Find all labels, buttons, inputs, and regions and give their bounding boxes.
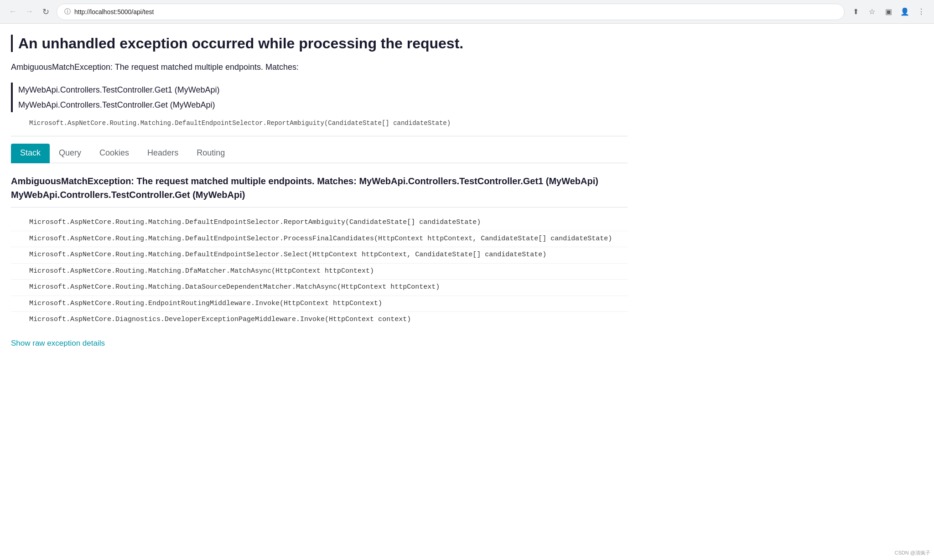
nav-buttons: ← → ↻ [5, 5, 53, 19]
stack-frame-6: Microsoft.AspNetCore.Diagnostics.Develop… [11, 312, 628, 328]
match-list-accent: MyWebApi.Controllers.TestController.Get1… [11, 83, 628, 112]
show-raw-exception-link[interactable]: Show raw exception details [11, 339, 105, 348]
tab-query[interactable]: Query [50, 144, 90, 163]
stack-frame-1: Microsoft.AspNetCore.Routing.Matching.De… [11, 231, 628, 248]
short-stack-trace: Microsoft.AspNetCore.Routing.Matching.De… [11, 119, 628, 127]
stack-section: AmbiguousMatchException: The request mat… [11, 174, 628, 348]
tab-headers[interactable]: Headers [138, 144, 187, 163]
address-bar[interactable]: ⓘ http://localhost:5000/api/test [57, 4, 845, 20]
refresh-button[interactable]: ↻ [38, 5, 53, 19]
match-list: MyWebApi.Controllers.TestController.Get1… [18, 83, 628, 112]
url-text: http://localhost:5000/api/test [74, 8, 837, 16]
stack-frame-3: Microsoft.AspNetCore.Routing.Matching.Df… [11, 264, 628, 280]
exception-header: AmbiguousMatchException: The request mat… [11, 174, 628, 207]
menu-button[interactable]: ⋮ [914, 5, 929, 19]
stack-frame-0: Microsoft.AspNetCore.Routing.Matching.De… [11, 215, 628, 231]
tab-stack[interactable]: Stack [11, 144, 50, 163]
main-heading-accent: An unhandled exception occurred while pr… [11, 35, 628, 52]
tabs-container: Stack Query Cookies Headers Routing [11, 144, 628, 163]
info-icon: ⓘ [64, 8, 71, 16]
forward-button[interactable]: → [22, 5, 36, 19]
share-button[interactable]: ⬆ [848, 5, 863, 19]
profile-button[interactable]: 👤 [898, 5, 912, 19]
window-button[interactable]: ▣ [881, 5, 896, 19]
tab-cookies[interactable]: Cookies [90, 144, 138, 163]
stack-frame-4: Microsoft.AspNetCore.Routing.Matching.Da… [11, 280, 628, 296]
stack-frames-list: Microsoft.AspNetCore.Routing.Matching.De… [11, 215, 628, 328]
browser-actions: ⬆ ☆ ▣ 👤 ⋮ [848, 5, 929, 19]
stack-frame-2: Microsoft.AspNetCore.Routing.Matching.De… [11, 247, 628, 264]
exception-summary: AmbiguousMatchException: The request mat… [11, 61, 628, 73]
browser-chrome: ← → ↻ ⓘ http://localhost:5000/api/test ⬆… [0, 0, 934, 24]
tab-routing[interactable]: Routing [187, 144, 234, 163]
match-item-2: MyWebApi.Controllers.TestController.Get … [18, 98, 628, 112]
page-content: An unhandled exception occurred while pr… [0, 24, 638, 366]
match-item-1: MyWebApi.Controllers.TestController.Get1… [18, 83, 628, 97]
back-button[interactable]: ← [5, 5, 20, 19]
divider-1 [11, 136, 628, 136]
stack-frame-5: Microsoft.AspNetCore.Routing.EndpointRou… [11, 296, 628, 312]
main-title: An unhandled exception occurred while pr… [18, 35, 628, 52]
bookmark-button[interactable]: ☆ [865, 5, 879, 19]
